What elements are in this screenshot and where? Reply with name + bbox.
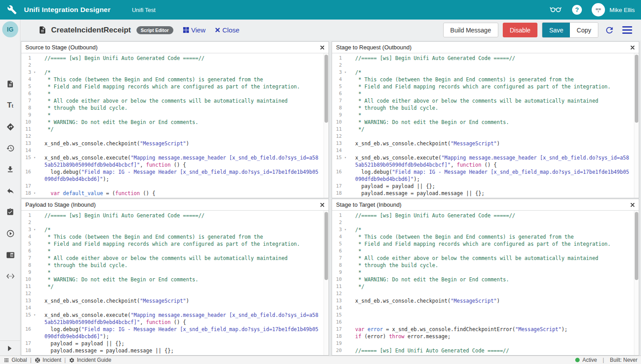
fold-gutter — [31, 269, 38, 276]
statusbar-item-incident-guide[interactable]: Incident Guide — [69, 357, 111, 363]
code-text: * — [38, 112, 323, 119]
code-editor[interactable]: 1//===== [ws] Begin Unifi Auto Generated… — [332, 53, 639, 198]
line-number: 17 — [332, 326, 342, 333]
code-line: 6 * — [21, 90, 323, 97]
fold-gutter — [31, 183, 38, 190]
fold-arrow-icon[interactable]: ▾ — [31, 312, 38, 326]
grid-view-icon — [183, 27, 189, 33]
tasks-icon[interactable] — [6, 208, 15, 216]
code-text — [349, 62, 633, 69]
code-line: 9 * — [332, 112, 633, 119]
view-button[interactable]: View — [183, 26, 206, 34]
scrollbar-thumb[interactable] — [325, 55, 328, 123]
code-text: * — [349, 112, 633, 119]
expand-right-icon[interactable] — [0, 340, 20, 356]
directions-icon[interactable] — [6, 122, 15, 131]
code-line: 14 — [21, 147, 323, 154]
fold-gutter — [31, 248, 38, 255]
build-message-button[interactable]: Build Message — [443, 23, 498, 37]
fold-arrow-icon[interactable]: ▾ — [31, 190, 38, 197]
panel-close-icon[interactable] — [630, 203, 635, 207]
fold-arrow-icon[interactable]: ▾ — [31, 154, 38, 168]
code-line: 10 * WARNING: Do not edit the Begin or E… — [21, 276, 323, 283]
code-editor[interactable]: 1//===== [ws] Begin Unifi Auto Generated… — [332, 211, 639, 355]
integration-avatar[interactable]: IG — [2, 21, 18, 37]
line-number: 15 — [21, 154, 31, 168]
scrollbar-thumb[interactable] — [635, 212, 638, 280]
code-editor[interactable]: 1//===== [ws] Begin Unifi Auto Generated… — [21, 53, 329, 198]
fold-arrow-icon[interactable]: ▾ — [342, 154, 349, 168]
document-icon[interactable] — [6, 80, 15, 88]
code-line: 15▾x_snd_eb.ws_console.execute("Mapping … — [332, 154, 633, 168]
statusbar-item-global[interactable]: Global — [4, 357, 27, 363]
undo-icon[interactable] — [6, 186, 15, 195]
code-text: //===== [ws] Begin Unifi Auto Generated … — [38, 55, 323, 62]
code-line: 1//===== [ws] Begin Unifi Auto Generated… — [21, 55, 323, 62]
documentation-icon[interactable] — [6, 250, 15, 259]
code-text: * This code (between the Begin and End c… — [349, 76, 633, 83]
code-editor[interactable]: 1//===== [ws] Begin Unifi Auto Generated… — [21, 211, 329, 355]
code-text: * WARNING: Do not edit the Begin or End … — [38, 119, 323, 126]
text-format-icon[interactable]: Tt — [6, 101, 15, 110]
user-avatar[interactable] — [592, 3, 605, 16]
line-number: 7 — [332, 255, 342, 262]
line-number: 1 — [21, 212, 31, 219]
document-icon — [38, 26, 47, 34]
code-line: 11 */ — [332, 283, 633, 290]
line-number: 2 — [332, 219, 342, 226]
code-line: 16 log.debug("Field map: IG - Message He… — [21, 168, 323, 183]
code-text: * This code (between the Begin and End c… — [349, 233, 633, 240]
history-icon[interactable] — [6, 144, 15, 152]
code-line: 9 * — [21, 269, 323, 276]
fold-arrow-icon[interactable]: ▾ — [31, 69, 38, 76]
code-text — [38, 183, 323, 190]
line-number: 14 — [332, 304, 342, 312]
scrollbar-thumb[interactable] — [325, 212, 328, 280]
fold-gutter — [342, 347, 349, 354]
panel-close-icon[interactable] — [320, 203, 325, 207]
code-line: 9 * — [21, 112, 323, 119]
code-line: 12 — [332, 290, 633, 297]
apps-grid-icon — [4, 357, 9, 363]
refresh-icon[interactable] — [603, 24, 616, 37]
download-icon[interactable] — [6, 165, 15, 174]
fold-arrow-icon[interactable]: ▾ — [342, 69, 349, 76]
copy-button[interactable]: Copy — [570, 23, 598, 37]
user-name[interactable]: Mike Ellis — [609, 7, 635, 13]
fold-arrow-icon[interactable]: ▾ — [342, 226, 349, 233]
code-text: /* — [349, 69, 633, 76]
fold-gutter — [31, 347, 38, 354]
panel-close-icon[interactable] — [320, 45, 325, 50]
line-number: 4 — [332, 233, 342, 240]
code-text: * All code either above or below the com… — [349, 255, 633, 262]
code-line: 7 * All code either above or below the c… — [332, 255, 633, 262]
line-number: 6 — [21, 90, 31, 97]
fold-gutter — [31, 126, 38, 133]
glasses-icon[interactable] — [549, 4, 562, 16]
code-icon[interactable] — [6, 272, 15, 280]
code-text: x_snd_eb.ws_console.checkpoint("MessageS… — [38, 140, 323, 147]
fold-gutter — [342, 97, 349, 104]
line-number: 9 — [332, 269, 342, 276]
fold-gutter — [342, 248, 349, 255]
scrollbar-thumb[interactable] — [635, 55, 638, 123]
menu-icon[interactable] — [621, 24, 634, 37]
panel-close-icon[interactable] — [630, 45, 635, 50]
line-number: 10 — [332, 276, 342, 283]
active-status-dot — [575, 358, 580, 362]
code-text: */ — [349, 283, 633, 290]
code-line: 13x_snd_eb.ws_console.checkpoint("Messag… — [21, 297, 323, 304]
fold-arrow-icon[interactable]: ▾ — [31, 226, 38, 233]
disable-button[interactable]: Disable — [503, 23, 538, 37]
line-number: 4 — [21, 76, 31, 83]
code-text — [349, 319, 633, 326]
close-button[interactable]: Close — [215, 26, 239, 34]
statusbar-item-incident[interactable]: Incident — [35, 357, 61, 363]
play-icon[interactable] — [6, 229, 15, 238]
line-number: 3 — [332, 69, 342, 76]
help-icon[interactable]: ? — [572, 5, 582, 15]
code-line: 4 * This code (between the Begin and End… — [332, 233, 633, 240]
save-button[interactable]: Save — [542, 23, 570, 37]
code-text: * This code (between the Begin and End c… — [38, 76, 323, 83]
line-number: 18 — [332, 190, 342, 197]
